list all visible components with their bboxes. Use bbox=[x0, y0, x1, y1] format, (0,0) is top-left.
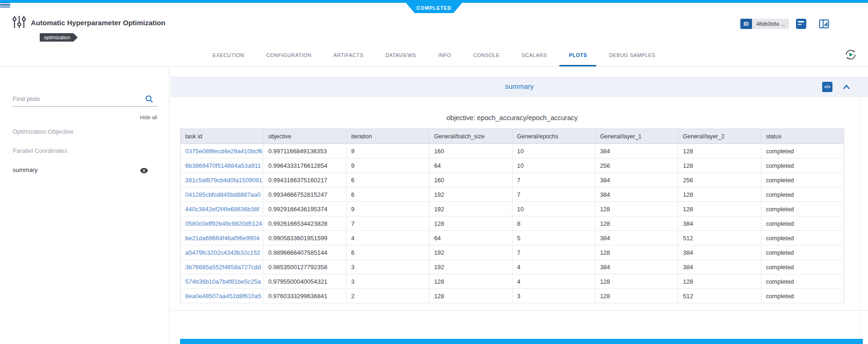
cell: completed bbox=[761, 245, 844, 260]
cell: completed bbox=[761, 231, 844, 245]
find-plots-search[interactable]: Find plots bbox=[13, 93, 158, 107]
tag-badge[interactable]: optimization bbox=[40, 33, 78, 42]
cell: 0.9760333299636841 bbox=[263, 289, 346, 303]
cell: 0.9929166436195374 bbox=[263, 202, 346, 216]
summary-panel-header: summary </> bbox=[171, 77, 868, 97]
cell: 0.9971166849136353 bbox=[263, 144, 346, 158]
details-panel-layout-icon[interactable] bbox=[819, 19, 829, 29]
status-ribbon: COMPLETED bbox=[405, 2, 463, 13]
sidebar-item-label: Parallel Coordinates bbox=[13, 147, 67, 154]
table-row: 0375e089fecd4e29a410bcf60.99711668491363… bbox=[181, 144, 844, 158]
task-id-link[interactable]: 0375e089fecd4e29a410bcf6 bbox=[181, 144, 263, 158]
cell: 10 bbox=[512, 144, 595, 158]
cell: completed bbox=[761, 173, 844, 187]
cell: 128 bbox=[595, 289, 678, 303]
tab-artifacts[interactable]: ARTIFACTS bbox=[324, 44, 373, 66]
tab-dataviews[interactable]: DATAVIEWS bbox=[376, 44, 426, 66]
cell: 3 bbox=[512, 289, 595, 303]
page-title: Automatic Hyperparameter Optimization bbox=[31, 19, 166, 27]
id-value: 48db0b8a ... bbox=[752, 19, 789, 29]
search-icon[interactable] bbox=[145, 94, 154, 104]
task-id-link[interactable]: 440c3842ef2f4fe68636b38f bbox=[181, 202, 263, 216]
cell: 0.9896666407585144 bbox=[263, 245, 346, 260]
plots-content: summary </> objective: epoch_accuracy/ep… bbox=[169, 67, 868, 344]
cell: 192 bbox=[429, 187, 512, 202]
cell: 6 bbox=[346, 245, 429, 260]
panel-title: summary bbox=[171, 82, 868, 90]
cell: completed bbox=[761, 289, 844, 303]
summary-table: task idobjectiveiterationGeneral/batch_s… bbox=[180, 129, 844, 303]
tab-scalars[interactable]: SCALARS bbox=[512, 44, 556, 66]
hide-all-link[interactable]: Hide all bbox=[140, 115, 157, 120]
task-id-link[interactable]: 3b76685a552f4658a727cdd bbox=[181, 260, 263, 274]
cell: 128 bbox=[429, 274, 512, 289]
eye-visible-icon[interactable] bbox=[140, 166, 148, 178]
task-id-link[interactable]: 0580c0eff92b49c9820d5124 bbox=[181, 216, 263, 231]
cell: 128 bbox=[595, 274, 678, 289]
tab-info[interactable]: INFO bbox=[429, 44, 461, 66]
tab-execution[interactable]: EXECUTION bbox=[203, 44, 254, 66]
cell: 192 bbox=[429, 260, 512, 274]
tab-plots[interactable]: PLOTS bbox=[559, 44, 596, 66]
cell: completed bbox=[761, 274, 844, 289]
cell: 192 bbox=[429, 202, 512, 216]
cell: 0.9943166375160217 bbox=[263, 173, 346, 187]
task-id-link[interactable]: be21da69664f46af96e9904 bbox=[181, 231, 263, 245]
cell: 10 bbox=[512, 202, 595, 216]
cell: completed bbox=[761, 202, 844, 216]
embed-code-icon[interactable]: </> bbox=[822, 82, 832, 92]
cell: 9 bbox=[346, 158, 429, 173]
cell: 384 bbox=[595, 260, 678, 274]
task-id-link[interactable]: 6b3869470f514884a53a911 bbox=[181, 158, 263, 173]
cell: 9 bbox=[346, 202, 429, 216]
task-id-link[interactable]: 8ea0e48507aa452d8f610a5 bbox=[181, 289, 263, 303]
task-id-link[interactable]: 041285cbfcd845bd8887aa0 bbox=[181, 187, 263, 202]
cell: 7 bbox=[512, 173, 595, 187]
tab-debug-samples[interactable]: DEBUG SAMPLES bbox=[600, 44, 665, 66]
table-row: 041285cbfcd845bd8887aa00.993466675281524… bbox=[181, 187, 844, 202]
cell: 384 bbox=[595, 231, 678, 245]
search-input[interactable]: Find plots bbox=[13, 95, 40, 102]
cell: 3 bbox=[346, 260, 429, 274]
cell: 9 bbox=[346, 144, 429, 158]
cell: 128 bbox=[595, 245, 678, 260]
cell: 512 bbox=[678, 289, 761, 303]
task-id-link[interactable]: 381c5af879cb4d0fa1509091 bbox=[181, 173, 263, 187]
chevron-up-icon[interactable] bbox=[843, 83, 850, 92]
table-row: a5479fc3202c4343b32c1520.989666640758514… bbox=[181, 245, 844, 260]
cell: 384 bbox=[678, 260, 761, 274]
tab-console[interactable]: CONSOLE bbox=[464, 44, 509, 66]
section-divider bbox=[171, 310, 868, 311]
column-header: General/epochs bbox=[512, 129, 595, 144]
sidebar-item-optimization-objective[interactable]: Optimization Objective bbox=[13, 126, 157, 137]
cell: 128 bbox=[429, 289, 512, 303]
table-row: 381c5af879cb4d0fa15090910.99431663751602… bbox=[181, 173, 844, 187]
tab-configuration[interactable]: CONFIGURATION bbox=[257, 44, 321, 66]
cell: 128 bbox=[678, 158, 761, 173]
plots-sidebar: Find plots Hide all Optimization Objecti… bbox=[0, 67, 169, 344]
auto-refresh-icon[interactable] bbox=[843, 47, 858, 62]
cell: 128 bbox=[678, 274, 761, 289]
scrollbar-track[interactable] bbox=[859, 77, 860, 338]
task-id-link[interactable]: a5479fc3202c4343b32c152 bbox=[181, 245, 263, 260]
cell: 0.9926166534423828 bbox=[263, 216, 346, 231]
cell: 4 bbox=[512, 274, 595, 289]
cell: 7 bbox=[512, 245, 595, 260]
cell: 384 bbox=[595, 187, 678, 202]
cell: completed bbox=[761, 158, 844, 173]
table-row: 0580c0eff92b49c9820d51240.99261665344238… bbox=[181, 216, 844, 231]
sidebar-item-summary[interactable]: summary bbox=[13, 165, 157, 176]
task-id-link[interactable]: 574b36b10a7b4f81be5c25a bbox=[181, 274, 263, 289]
table-row: be21da69664f46af96e99040.990583360195159… bbox=[181, 231, 844, 245]
task-details-icon[interactable] bbox=[796, 19, 806, 29]
cell: 384 bbox=[595, 173, 678, 187]
cell: 0.9905833601951599 bbox=[263, 231, 346, 245]
task-id-badge[interactable]: ID 48db0b8a ... bbox=[740, 19, 789, 29]
cell: 192 bbox=[429, 245, 512, 260]
cell: 0.9934666752815247 bbox=[263, 187, 346, 202]
cell: 128 bbox=[429, 216, 512, 231]
cell: 160 bbox=[429, 173, 512, 187]
cell: 256 bbox=[678, 173, 761, 187]
sidebar-item-parallel-coordinates[interactable]: Parallel Coordinates bbox=[13, 145, 157, 157]
cell: 128 bbox=[595, 202, 678, 216]
